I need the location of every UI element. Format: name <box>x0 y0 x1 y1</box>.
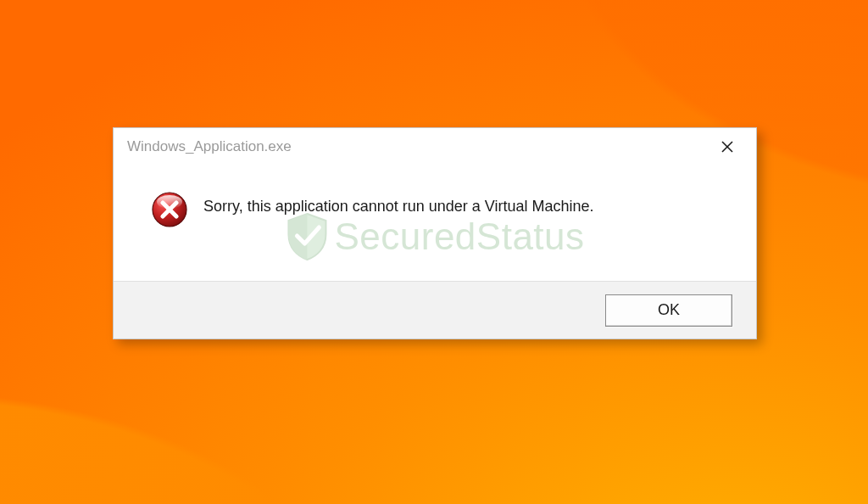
dialog-message: Sorry, this application cannot run under… <box>203 198 594 216</box>
desktop-background: Windows_Application.exe <box>0 0 868 504</box>
close-button[interactable] <box>709 135 746 159</box>
close-icon <box>721 140 734 154</box>
watermark: SecuredStatus <box>285 212 584 261</box>
ok-button-label: OK <box>658 301 680 319</box>
ok-button[interactable]: OK <box>605 294 732 327</box>
shield-check-icon <box>285 212 329 261</box>
error-dialog: Windows_Application.exe <box>113 127 757 339</box>
error-icon <box>151 191 188 232</box>
dialog-titlebar[interactable]: Windows_Application.exe <box>114 128 756 165</box>
dialog-title: Windows_Application.exe <box>127 138 292 155</box>
watermark-text: SecuredStatus <box>334 216 584 258</box>
dialog-footer: OK <box>114 281 756 339</box>
dialog-content: Sorry, this application cannot run under… <box>114 165 756 281</box>
